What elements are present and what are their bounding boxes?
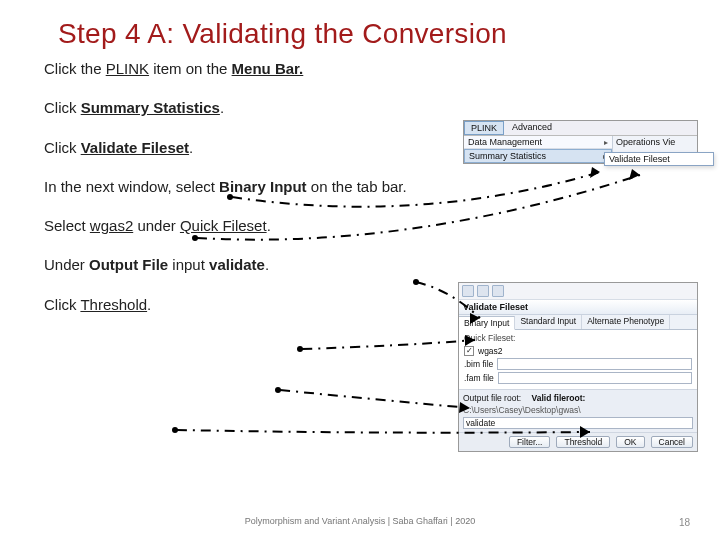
bim-file-input[interactable]	[497, 358, 692, 370]
cancel-button[interactable]: Cancel	[651, 436, 693, 448]
menu-advanced[interactable]: Advanced	[506, 121, 558, 135]
menu-row-summary-statistics[interactable]: Summary Statistics▸	[464, 149, 612, 163]
slide-title: Step 4 A: Validating the Conversion	[44, 18, 676, 50]
fam-file-input[interactable]	[498, 372, 692, 384]
dialog-button-row: Filter... Threshold OK Cancel	[459, 432, 697, 451]
tab-alternate-phenotype[interactable]: Alternate Phenotype	[582, 315, 670, 329]
ok-button[interactable]: OK	[616, 436, 644, 448]
menu-bar: PLINK Advanced	[464, 121, 697, 136]
step-1: Click the PLINK item on the Menu Bar.	[44, 60, 676, 77]
dialog-body: Quick Fileset: ✓ wgas2 .bim file .fam fi…	[459, 330, 697, 389]
dialog-toolbar	[459, 283, 697, 300]
filter-button[interactable]: Filter...	[509, 436, 551, 448]
output-file-input[interactable]: validate	[463, 417, 693, 429]
step-5: Select wgas2 under Quick Fileset.	[44, 217, 676, 234]
toolbar-icon	[477, 285, 489, 297]
tab-binary-input[interactable]: Binary Input	[459, 316, 515, 330]
submenu-item-validate-fileset[interactable]: Validate Fileset	[605, 153, 713, 165]
bim-file-row: .bim file	[464, 357, 692, 371]
inset-plink-menu: PLINK Advanced Data Management▸ Summary …	[463, 120, 698, 164]
threshold-button[interactable]: Threshold	[556, 436, 610, 448]
submenu-validate-fileset: Validate Fileset	[604, 152, 714, 166]
dialog-output-section: Output file root: Valid fileroot: C:\Use…	[459, 389, 697, 432]
instruction-body: Click the PLINK item on the Menu Bar. Cl…	[44, 60, 676, 313]
fam-file-row: .fam file	[464, 371, 692, 385]
dialog-tab-bar: Binary Input Standard Input Alternate Ph…	[459, 315, 697, 330]
page-number: 18	[679, 517, 690, 528]
dialog-titlebar: Validate Fileset	[459, 300, 697, 315]
quick-fileset-row: ✓ wgas2	[464, 345, 692, 357]
menu-plink[interactable]: PLINK	[464, 121, 504, 135]
slide-footer: Polymorphism and Variant Analysis | Saba…	[0, 516, 720, 526]
quick-fileset-label: Quick Fileset:	[464, 333, 692, 343]
checkbox-wgas2[interactable]: ✓	[464, 346, 474, 356]
toolbar-icon	[462, 285, 474, 297]
step-4: In the next window, select Binary Input …	[44, 178, 414, 195]
quick-fileset-name: wgas2	[478, 346, 503, 356]
tab-standard-input[interactable]: Standard Input	[515, 315, 582, 329]
inset-validate-dialog: Validate Fileset Binary Input Standard I…	[458, 282, 698, 452]
toolbar-icon	[492, 285, 504, 297]
menu-row-data-management[interactable]: Data Management▸	[464, 136, 612, 149]
step-6: Under Output File input validate.	[44, 256, 676, 273]
chevron-right-icon: ▸	[604, 138, 608, 147]
step-2: Click Summary Statistics.	[44, 99, 676, 116]
